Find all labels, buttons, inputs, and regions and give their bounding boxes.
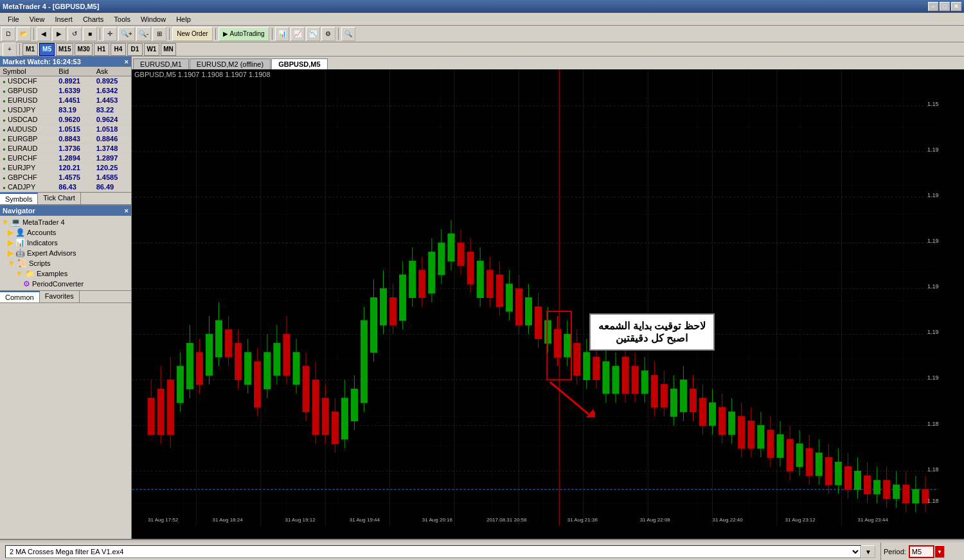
market-watch-row[interactable]: ● EURAUD 1.3736 1.3748 xyxy=(0,144,131,153)
menu-charts[interactable]: Charts xyxy=(78,14,109,24)
period-h4[interactable]: H4 xyxy=(111,43,126,56)
nav-expert-advisors[interactable]: ▶ 🤖 Expert Advisors xyxy=(0,248,131,258)
bid-cell: 1.6339 xyxy=(56,86,93,96)
menu-file[interactable]: File xyxy=(3,14,24,24)
zoom-in-btn[interactable]: 🔍+ xyxy=(118,27,135,41)
bid-cell: 83.19 xyxy=(56,105,93,115)
market-watch-close[interactable]: × xyxy=(125,58,129,66)
col-bid: Bid xyxy=(56,67,93,76)
symbol-cell: ● AUDUSD xyxy=(0,125,56,134)
market-watch-row[interactable]: ● GBPCHF 1.4575 1.4585 xyxy=(0,173,131,182)
period-input[interactable] xyxy=(909,545,934,558)
nav-examples[interactable]: ▼ 📁 Examples xyxy=(0,268,131,279)
market-watch-row[interactable]: ● USDCAD 0.9620 0.9624 xyxy=(0,115,131,125)
search-btn[interactable]: 🔍 xyxy=(341,27,355,41)
tab-eurusd-m2[interactable]: EURUSD,M2 (offline) xyxy=(190,58,271,69)
period-d1[interactable]: D1 xyxy=(127,43,143,56)
symbol-cell: ● GBPUSD xyxy=(0,86,56,96)
ea-dropdown[interactable]: 2 MA Crosses Mega filter EA V1.ex4 xyxy=(5,545,861,558)
period-mn[interactable]: MN xyxy=(161,43,176,56)
svg-text:31 Aug 22:08: 31 Aug 22:08 xyxy=(640,517,671,523)
autotrading-btn[interactable]: ▶ AutoTrading xyxy=(219,27,269,41)
forward-btn[interactable]: ▶ xyxy=(52,27,66,41)
stop-btn[interactable]: ■ xyxy=(83,27,97,41)
minimize-button[interactable]: ─ xyxy=(928,2,938,11)
svg-text:1.1885: 1.1885 xyxy=(927,498,938,504)
chart-btn1[interactable]: 📊 xyxy=(275,27,289,41)
market-watch-row[interactable]: ● AUDUSD 1.0515 1.0518 xyxy=(0,125,131,134)
market-watch-row[interactable]: ● GBPUSD 1.6339 1.6342 xyxy=(0,86,131,96)
nav-scripts[interactable]: ▼ 📜 Scripts xyxy=(0,258,131,268)
chart-area: EURUSD,M1 EURUSD,M2 (offline) GBPUSD,M5 … xyxy=(132,57,964,539)
settings-btn[interactable]: ⚙ xyxy=(321,27,335,41)
period-m1[interactable]: M1 xyxy=(22,43,38,56)
period-w1[interactable]: W1 xyxy=(144,43,159,56)
market-watch-row[interactable]: ● USDJPY 83.19 83.22 xyxy=(0,105,131,115)
annotation-box: لاحظ توقيت بداية الشمعه اصبح كل دقيقتين xyxy=(589,313,714,351)
period-m15[interactable]: M15 xyxy=(56,43,73,56)
tab-eurusd-m1[interactable]: EURUSD,M1 xyxy=(133,58,189,69)
new-btn[interactable]: 🗋 xyxy=(1,27,15,41)
tab-common[interactable]: Common xyxy=(0,291,40,302)
period-dropdown-btn[interactable]: ▼ xyxy=(934,545,945,558)
chart-btn3[interactable]: 📉 xyxy=(306,27,320,41)
crosshair-btn2[interactable]: + xyxy=(3,42,17,57)
period-m30[interactable]: M30 xyxy=(75,43,92,56)
menu-tools[interactable]: Tools xyxy=(109,14,136,24)
scripts-icon: 📜 xyxy=(17,259,27,268)
zoom-out-btn[interactable]: 🔍- xyxy=(136,27,151,41)
chart-btn2[interactable]: 📈 xyxy=(290,27,305,41)
tab-tick-chart[interactable]: Tick Chart xyxy=(38,193,81,204)
tab-favorites[interactable]: Favorites xyxy=(40,291,80,302)
folder-icon-indicators: ▶ xyxy=(8,238,13,247)
left-panel: Market Watch: 16:24:53 × Symbol Bid Ask … xyxy=(0,57,132,539)
nav-accounts[interactable]: ▶ 👤 Accounts xyxy=(0,227,131,238)
reload-btn[interactable]: ↺ xyxy=(67,27,82,41)
period-spread-row: Period: ▼ xyxy=(884,545,961,558)
crosshair-btn[interactable]: ✛ xyxy=(103,27,117,41)
period-h1[interactable]: H1 xyxy=(94,43,109,56)
symbol-cell: ● USDJPY xyxy=(0,105,56,115)
tab-gbpusd-m5[interactable]: GBPUSD,M5 xyxy=(271,58,327,69)
nav-indicators[interactable]: ▶ 📊 Indicators xyxy=(0,238,131,248)
title-bar: MetaTrader 4 - [GBPUSD,M5] ─ □ ✕ xyxy=(0,0,964,13)
symbol-cell: ● EURAUD xyxy=(0,144,56,153)
bid-cell: 0.8843 xyxy=(56,134,93,144)
menu-help[interactable]: Help xyxy=(171,14,196,24)
restore-button[interactable]: □ xyxy=(940,2,950,11)
period-m5[interactable]: M5 xyxy=(39,43,55,56)
new-order-btn[interactable]: New Order xyxy=(172,27,212,41)
open-btn[interactable]: 📂 xyxy=(17,27,31,41)
chart-info: GBPUSD,M5 1.1907 1.1908 1.1907 1.1908 xyxy=(134,71,271,78)
chart-canvas[interactable]: GBPUSD,M5 1.1907 1.1908 1.1907 1.1908 xyxy=(132,69,964,539)
grid-btn[interactable]: ⊞ xyxy=(152,27,166,41)
candles-chart: 31 Aug 17:52 31 Aug 18:24 31 Aug 19:12 3… xyxy=(132,69,938,526)
symbol-cell: ● USDCAD xyxy=(0,115,56,125)
market-watch-row[interactable]: ● EURCHF 1.2894 1.2897 xyxy=(0,153,131,163)
market-watch-row[interactable]: ● EURUSD 1.4451 1.4453 xyxy=(0,96,131,105)
navigator-close[interactable]: × xyxy=(125,207,129,214)
script-icon-period: ⚙ xyxy=(23,279,30,288)
indicators-icon: 📊 xyxy=(15,238,25,247)
market-watch-row[interactable]: ● EURGBP 0.8843 0.8846 xyxy=(0,134,131,144)
ask-cell: 0.9624 xyxy=(94,115,131,125)
bid-cell: 86.43 xyxy=(56,182,93,192)
market-watch-row[interactable]: ● CADJPY 86.43 86.49 xyxy=(0,182,131,192)
bid-cell: 0.9620 xyxy=(56,115,93,125)
close-button[interactable]: ✕ xyxy=(951,2,961,11)
chart-title-text: GBPUSD,M5 1.1907 1.1908 1.1907 1.1908 xyxy=(134,71,271,78)
menu-window[interactable]: Window xyxy=(136,14,171,24)
market-watch-row[interactable]: ● EURJPY 120.21 120.25 xyxy=(0,163,131,173)
nav-period-converter[interactable]: ⚙ PeriodConverter xyxy=(0,279,131,289)
nav-mt4-label: MetaTrader 4 xyxy=(22,218,65,226)
tab-symbols[interactable]: Symbols xyxy=(0,193,38,204)
menu-view[interactable]: View xyxy=(24,14,50,24)
svg-text:31 Aug 20:16: 31 Aug 20:16 xyxy=(422,517,453,523)
nav-metatrader4[interactable]: ▼ 💻 MetaTrader 4 xyxy=(0,217,131,227)
ea-dropdown-arrow[interactable]: ▼ xyxy=(861,545,875,558)
svg-line-208 xyxy=(550,382,589,414)
menu-insert[interactable]: Insert xyxy=(49,14,78,24)
market-watch-row[interactable]: ● USDCHF 0.8921 0.8925 xyxy=(0,76,131,86)
navigator-header: Navigator × xyxy=(0,206,131,216)
back-btn[interactable]: ◀ xyxy=(37,27,51,41)
